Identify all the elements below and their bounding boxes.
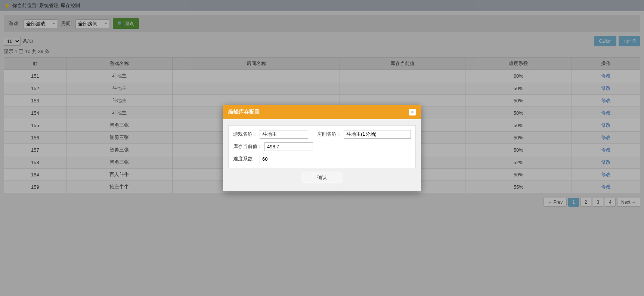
modal-body: 游戏名称： 房间名称： 库存当前值：: [223, 119, 421, 191]
modal-close-button[interactable]: ✕: [409, 109, 416, 115]
room-name-field: 房间名称：: [317, 130, 411, 139]
form-row-1: 游戏名称： 房间名称：: [233, 130, 411, 139]
difficulty-field: 难度系数：: [233, 155, 411, 163]
form-row-3: 难度系数：: [233, 155, 411, 163]
form-row-2: 库存当前值：: [233, 142, 411, 151]
modal-header: 编辑库存配置 ✕: [223, 105, 421, 119]
modal-actions: 确认: [228, 168, 416, 185]
game-name-label: 游戏名称：: [233, 131, 257, 138]
game-name-input[interactable]: [260, 130, 308, 139]
stock-input[interactable]: [264, 142, 313, 151]
stock-label: 库存当前值：: [233, 143, 262, 150]
edit-modal: 编辑库存配置 ✕ 游戏名称： 房间名称：: [223, 105, 421, 191]
modal-overlay: 编辑库存配置 ✕ 游戏名称： 房间名称：: [0, 0, 644, 296]
confirm-button[interactable]: 确认: [302, 172, 342, 183]
difficulty-label: 难度系数：: [233, 155, 257, 162]
stock-field: 库存当前值：: [233, 142, 411, 151]
difficulty-input[interactable]: [260, 155, 308, 163]
room-name-label: 房间名称：: [317, 131, 341, 138]
room-name-input[interactable]: [344, 130, 411, 139]
modal-form-grid: 游戏名称： 房间名称： 库存当前值：: [228, 125, 416, 168]
game-name-field: 游戏名称：: [233, 130, 317, 139]
modal-title: 编辑库存配置: [228, 109, 260, 115]
